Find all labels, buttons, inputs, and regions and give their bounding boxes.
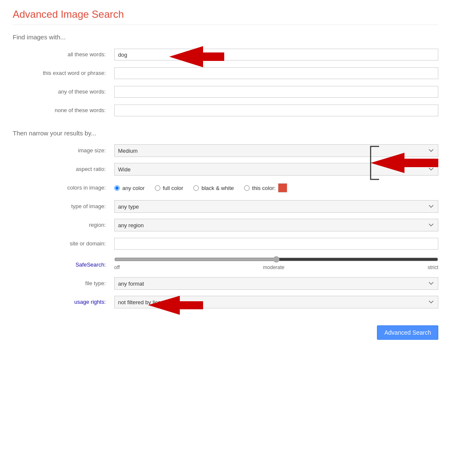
color-bw-radio[interactable] xyxy=(193,185,199,191)
colors-options: any color full color black & white this … xyxy=(114,183,438,193)
aspect-ratio-row: aspect ratio: Wide any aspect ratio Tall… xyxy=(13,163,438,176)
file-type-label: file type: xyxy=(13,277,114,290)
page-title: Advanced Image Search xyxy=(13,8,438,20)
all-words-label: all these words: xyxy=(13,48,114,61)
color-this-label: this color: xyxy=(252,185,276,191)
safesearch-controls: off moderate strict xyxy=(114,256,438,270)
image-type-select[interactable]: any type Face Photo Clip art Line drawin… xyxy=(114,200,438,213)
file-type-select[interactable]: any format jpg gif png bmp svg webp ico … xyxy=(114,277,438,290)
none-words-label: none of these words: xyxy=(13,104,114,117)
image-size-label: image size: xyxy=(13,144,114,157)
image-type-label: type of image: xyxy=(13,200,114,213)
aspect-ratio-label: aspect ratio: xyxy=(13,163,114,176)
all-words-input[interactable] xyxy=(114,49,438,61)
region-label: region: xyxy=(13,219,114,231)
file-type-row: file type: any format jpg gif png bmp sv… xyxy=(13,277,438,290)
usage-rights-select[interactable]: not filtered by license labeled for reus… xyxy=(114,296,438,308)
image-size-select[interactable]: Medium any size Large Icon xyxy=(114,144,438,157)
safesearch-strict-label: strict xyxy=(428,264,438,270)
site-domain-input[interactable] xyxy=(114,238,438,250)
color-full-label: full color xyxy=(163,185,183,191)
color-any-option[interactable]: any color xyxy=(114,185,145,191)
none-words-input[interactable] xyxy=(114,105,438,116)
color-this-radio[interactable] xyxy=(244,185,250,191)
safesearch-off-label: off xyxy=(114,264,120,270)
any-words-row: any of these words: xyxy=(13,85,438,98)
none-words-row: none of these words: xyxy=(13,104,438,117)
safesearch-label[interactable]: SafeSearch: xyxy=(13,256,114,271)
advanced-search-button[interactable]: Advanced Search xyxy=(377,325,438,340)
region-select[interactable]: any region xyxy=(114,219,438,231)
color-swatch[interactable] xyxy=(278,183,287,193)
color-bw-label: black & white xyxy=(201,185,234,191)
colors-label: colors in image: xyxy=(13,182,114,194)
color-any-label: any color xyxy=(122,185,145,191)
exact-phrase-label: this exact word or phrase: xyxy=(13,67,114,80)
safesearch-slider[interactable] xyxy=(114,256,438,263)
any-words-input[interactable] xyxy=(114,86,438,98)
exact-phrase-input[interactable] xyxy=(114,67,438,79)
safesearch-moderate-label: moderate xyxy=(263,264,285,270)
color-bw-option[interactable]: black & white xyxy=(193,185,234,191)
site-domain-label: site or domain: xyxy=(13,237,114,250)
image-size-row: image size: Medium any size Large Icon xyxy=(13,144,438,157)
safesearch-row: SafeSearch: off moderate strict xyxy=(13,256,438,271)
usage-rights-row: usage rights: not filtered by license la… xyxy=(13,296,438,308)
title-divider xyxy=(13,25,438,25)
region-row: region: any region xyxy=(13,219,438,231)
color-full-radio[interactable] xyxy=(155,185,160,191)
site-domain-row: site or domain: xyxy=(13,237,438,250)
color-this-option[interactable]: this color: xyxy=(244,183,288,193)
image-type-row: type of image: any type Face Photo Clip … xyxy=(13,200,438,213)
section1-label: Find images with... xyxy=(13,33,438,41)
color-any-radio[interactable] xyxy=(114,185,120,191)
all-words-row: all these words: xyxy=(13,48,438,61)
color-full-option[interactable]: full color xyxy=(155,185,183,191)
colors-row: colors in image: any color full color bl… xyxy=(13,182,438,194)
usage-rights-label[interactable]: usage rights: xyxy=(13,296,114,308)
any-words-label: any of these words: xyxy=(13,85,114,98)
aspect-ratio-select[interactable]: Wide any aspect ratio Tall Square Panora… xyxy=(114,163,438,176)
section2-label: Then narrow your results by... xyxy=(13,129,438,137)
safesearch-slider-labels: off moderate strict xyxy=(114,264,438,270)
exact-phrase-row: this exact word or phrase: xyxy=(13,67,438,80)
